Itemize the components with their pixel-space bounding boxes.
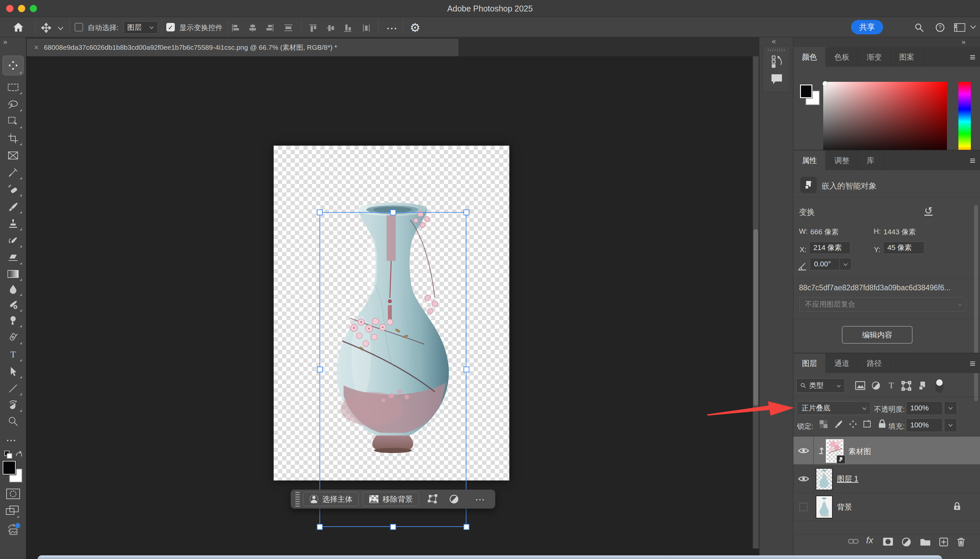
transform-handle-bottom-right[interactable] (463, 524, 469, 530)
generative-ai-icon[interactable] (5, 523, 21, 539)
workspace-switcher-icon[interactable] (954, 23, 965, 33)
hue-slider[interactable] (959, 82, 971, 159)
comments-panel-icon[interactable] (770, 73, 783, 86)
height-field[interactable]: H: 1443 像素 (874, 227, 916, 237)
dock-collapse-icon[interactable]: « (772, 37, 776, 46)
history-brush-tool[interactable] (3, 232, 23, 249)
spot-healing-tool[interactable] (3, 181, 23, 198)
tab-channels[interactable]: 通道 (826, 354, 858, 373)
width-field[interactable]: W: 666 像素 (799, 227, 839, 237)
search-icon[interactable] (914, 22, 924, 34)
new-group-icon[interactable] (920, 537, 931, 547)
document-vscrollbar-thumb[interactable] (754, 229, 758, 406)
tab-adjustments[interactable]: 调整 (826, 150, 858, 170)
lock-all-icon[interactable] (878, 419, 886, 430)
transform-bounding-box[interactable] (319, 212, 466, 527)
layer-filter-dropdown[interactable]: 类型 (797, 378, 845, 393)
brush-tool[interactable] (3, 198, 23, 215)
move-tool-option-icon[interactable] (41, 22, 52, 35)
align-right-icon[interactable] (265, 23, 274, 33)
layer-name[interactable]: 背景 (837, 502, 852, 512)
show-transform-checkbox[interactable]: ✓ (166, 23, 175, 31)
mixer-brush-tool[interactable] (3, 296, 23, 313)
marquee-tool[interactable] (3, 79, 23, 96)
tab-gradients[interactable]: 渐变 (858, 47, 891, 67)
gradient-tool[interactable] (3, 266, 23, 282)
lock-position-icon[interactable] (848, 420, 858, 430)
dock-drag-handle[interactable] (768, 49, 786, 51)
eyedropper-tool[interactable] (3, 164, 23, 181)
transform-handle-top-right[interactable] (463, 210, 469, 215)
macos-dock-edge[interactable] (38, 556, 942, 559)
filter-adjustment-layers-icon[interactable] (871, 381, 881, 392)
lock-transparency-icon[interactable] (819, 420, 828, 430)
canvas[interactable] (274, 146, 509, 480)
tab-patterns[interactable]: 图案 (891, 47, 923, 67)
align-middle-icon[interactable] (326, 23, 335, 34)
quick-mask-icon[interactable] (6, 488, 20, 501)
hand-tool[interactable] (3, 397, 23, 413)
blur-tool[interactable] (3, 281, 23, 297)
distribute-v-icon[interactable] (362, 23, 370, 34)
screen-mode-icon[interactable] (5, 504, 20, 518)
default-colors-icon[interactable] (4, 450, 12, 460)
tab-layers[interactable]: 图层 (793, 354, 826, 373)
lock-pixels-icon[interactable] (834, 420, 843, 430)
crop-tool[interactable] (3, 130, 23, 147)
angle-dropdown[interactable]: 0.00° (810, 258, 852, 270)
layer-styles-icon[interactable]: fx (866, 535, 873, 546)
filter-shape-layers-icon[interactable] (901, 381, 911, 392)
eye-icon[interactable] (798, 475, 809, 483)
filter-pixel-layers-icon[interactable] (855, 381, 866, 392)
transform-handle-bottom-left[interactable] (317, 524, 323, 530)
foreground-color-swatch[interactable] (3, 461, 16, 475)
x-input[interactable]: 214 像素 (809, 241, 850, 254)
visibility-cell[interactable] (793, 493, 814, 521)
transform-handle-bottom-center[interactable] (390, 524, 396, 530)
layer-comp-dropdown[interactable]: 不应用图层复合 (799, 297, 966, 312)
taskbar-more-icon[interactable]: ⋯ (466, 494, 495, 505)
adjustments-action-button[interactable] (443, 494, 466, 504)
layer-row-background[interactable]: 背景 (793, 493, 980, 521)
new-layer-icon[interactable] (939, 537, 949, 548)
tab-libraries[interactable]: 库 (858, 150, 883, 170)
visibility-cell[interactable] (793, 465, 814, 493)
edit-toolbar-icon[interactable]: ⋯ (6, 434, 17, 447)
tab-color[interactable]: 颜色 (793, 47, 826, 67)
visibility-empty-box[interactable] (799, 503, 808, 511)
visibility-cell[interactable] (793, 437, 814, 465)
tab-properties[interactable]: 属性 (793, 150, 826, 170)
tab-swatches[interactable]: 色板 (826, 47, 858, 67)
select-subject-button[interactable]: 选择主体 (303, 492, 359, 506)
filter-toggle[interactable] (935, 378, 944, 395)
share-button[interactable]: 共享 (851, 20, 883, 35)
align-center-h-icon[interactable] (248, 23, 257, 33)
delete-layer-icon[interactable] (957, 537, 965, 549)
tab-paths[interactable]: 路径 (858, 354, 891, 373)
clone-stamp-tool[interactable] (3, 215, 23, 232)
transform-handle-middle-right[interactable] (463, 367, 469, 372)
object-selection-tool[interactable] (3, 113, 23, 130)
opacity-field[interactable]: 100% (906, 401, 943, 415)
align-bottom-icon[interactable] (343, 23, 352, 34)
zoom-tool[interactable] (3, 413, 23, 429)
distribute-h-icon[interactable] (283, 23, 293, 33)
transform-action-button[interactable] (423, 494, 443, 504)
transform-handle-middle-left[interactable] (317, 367, 323, 372)
type-tool[interactable]: T (3, 346, 23, 363)
layer-row-sucaitu[interactable]: 素材图 (793, 437, 980, 465)
panel-foreground-swatch[interactable] (800, 84, 812, 98)
eye-icon[interactable] (798, 447, 809, 454)
history-panel-icon[interactable] (770, 55, 783, 69)
panel-menu-icon[interactable]: ≡ (970, 155, 975, 166)
close-tab-icon[interactable]: × (34, 43, 39, 52)
fill-field[interactable]: 100% (906, 418, 943, 432)
panel-menu-icon[interactable]: ≡ (970, 52, 975, 63)
taskbar-drag-handle[interactable] (295, 492, 300, 507)
layer-thumbnail[interactable] (816, 496, 833, 518)
toolbar-collapse-icon[interactable]: » (3, 38, 7, 46)
filter-type-layers-icon[interactable]: T (887, 381, 896, 391)
pen-tool[interactable] (3, 329, 23, 346)
transform-handle-top-center[interactable] (390, 210, 396, 215)
workspace-gear-icon[interactable]: ⚙ (410, 21, 420, 35)
